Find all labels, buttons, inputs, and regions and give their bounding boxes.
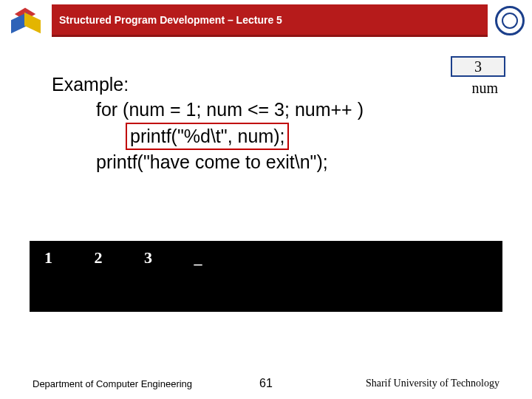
slide-body: 3 num Example: for (num = 1; num <= 3; n… [0,37,532,347]
terminal-output: 1 2 3 _ [30,241,502,312]
terminal-cursor: _ [194,248,202,267]
lecture-title: Structured Program Development – Lecture… [52,4,488,37]
code-line-for: for (num = 1; num <= 3; num++ ) [52,98,510,123]
variable-value: 3 [474,58,482,75]
terminal-value-2: 2 [95,248,139,267]
code-line-printf: printf("%d\t", num); [52,123,510,151]
variable-name-label: num [471,80,498,97]
terminal-value-3: 3 [144,248,188,267]
example-heading: Example: [52,72,510,98]
code-example: Example: for (num = 1; num <= 3; num++ )… [22,72,510,175]
highlighted-statement: printf("%d\t", num); [126,123,289,151]
department-label: Department of Computer Engineering [0,378,192,389]
variable-value-box: 3 [451,56,505,77]
page-number: 61 [259,377,273,390]
code-line-exit: printf("have come to exit\n"); [52,150,510,175]
lecture-title-text: Structured Program Development – Lecture… [59,14,282,26]
slide-header: Structured Program Development – Lecture… [0,0,532,37]
university-label: Sharif University of Technology [366,378,499,389]
cube-logo-icon [0,4,52,37]
slide-footer: Department of Computer Engineering 61 Sh… [0,368,532,399]
terminal-value-1: 1 [44,248,89,267]
university-logo-icon [488,4,532,37]
